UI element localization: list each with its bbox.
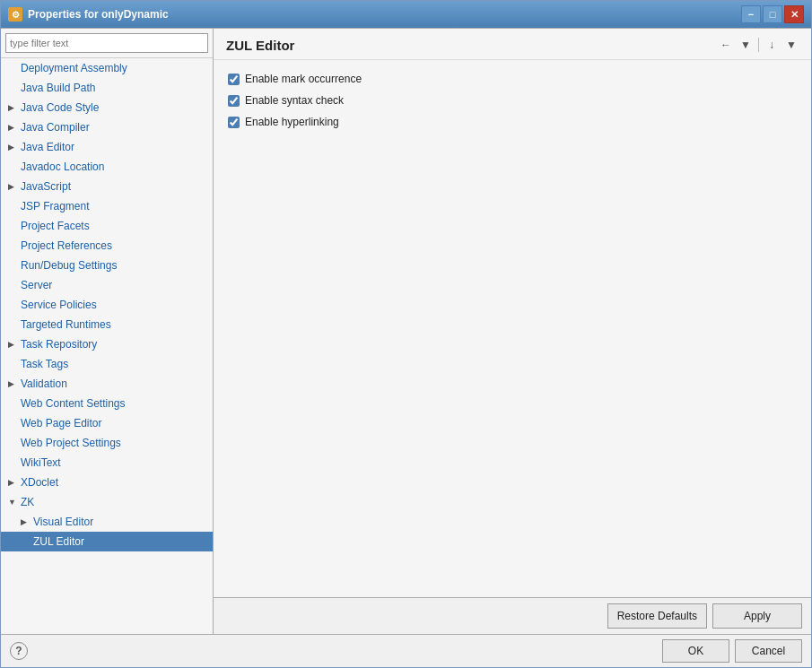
title-bar-buttons: − □ ✕: [741, 5, 804, 23]
dialog-icon: ⚙: [8, 7, 22, 22]
sidebar-item-label: Web Content Settings: [21, 397, 213, 410]
panel-title: ZUL Editor: [226, 38, 294, 53]
sidebar-item-deployment-assembly[interactable]: Deployment Assembly: [1, 58, 213, 78]
help-button[interactable]: ?: [10, 642, 28, 660]
sidebar-item-label: ZUL Editor: [33, 535, 213, 548]
footer-bar: ? OK Cancel: [1, 634, 811, 667]
sidebar-item-wikitext[interactable]: WikiText: [1, 453, 213, 473]
sidebar-item-label: Task Tags: [21, 358, 213, 370]
expand-arrow-icon: ▶: [8, 103, 21, 112]
sidebar-item-project-references[interactable]: Project References: [1, 236, 213, 256]
sidebar-item-server[interactable]: Server: [1, 275, 213, 295]
sidebar-item-label: Server: [21, 279, 213, 291]
sidebar-item-visual-editor[interactable]: ▶ Visual Editor: [1, 512, 213, 532]
toolbar-separator: [758, 38, 759, 52]
sidebar-item-label: Javadoc Location: [21, 160, 213, 173]
forward-button[interactable]: ↓: [763, 36, 781, 54]
sidebar-item-label: Java Build Path: [21, 82, 213, 94]
sidebar-item-run-debug-settings[interactable]: Run/Debug Settings: [1, 256, 213, 275]
expand-arrow-icon: ▶: [8, 143, 21, 152]
right-content: Enable mark occurrence Enable syntax che…: [214, 60, 811, 597]
expand-arrow-icon: ▶: [8, 478, 21, 487]
sidebar-item-javadoc-location[interactable]: Javadoc Location: [1, 157, 213, 177]
sidebar-item-label: Web Project Settings: [21, 437, 213, 449]
back-dropdown-button[interactable]: ▼: [737, 36, 755, 54]
right-header: ZUL Editor ← ▼ ↓ ▼: [214, 29, 811, 60]
enable-hyperlinking-label[interactable]: Enable hyperlinking: [245, 116, 339, 128]
expand-arrow-icon: ▶: [8, 379, 21, 388]
close-button[interactable]: ✕: [784, 5, 804, 23]
collapse-arrow-icon: ▼: [8, 498, 21, 507]
sidebar-item-web-content-settings[interactable]: Web Content Settings: [1, 394, 213, 413]
checkbox-row-mark-occurrence: Enable mark occurrence: [228, 73, 797, 85]
sidebar-item-label: JavaScript: [21, 180, 213, 193]
sidebar-item-label: Visual Editor: [33, 516, 213, 528]
sidebar-item-jsp-fragment[interactable]: JSP Fragment: [1, 196, 213, 216]
enable-syntax-check-checkbox[interactable]: [228, 95, 240, 107]
sidebar-item-web-page-editor[interactable]: Web Page Editor: [1, 413, 213, 433]
sidebar-item-label: Java Editor: [21, 141, 213, 153]
checkbox-row-hyperlinking: Enable hyperlinking: [228, 116, 797, 128]
sidebar-item-javascript[interactable]: ▶ JavaScript: [1, 177, 213, 196]
forward-dropdown-button[interactable]: ▼: [782, 36, 800, 54]
footer-buttons: OK Cancel: [662, 639, 802, 663]
sidebar-item-task-repository[interactable]: ▶ Task Repository: [1, 334, 213, 354]
sidebar-item-label: Task Repository: [21, 338, 213, 351]
expand-arrow-icon: ▶: [21, 517, 33, 526]
sidebar-item-label: Validation: [21, 377, 213, 390]
sidebar-item-label: Project Facets: [21, 220, 213, 232]
content-area: Deployment Assembly Java Build Path ▶ Ja…: [1, 28, 811, 634]
sidebar-item-label: ZK: [21, 496, 213, 508]
cancel-button[interactable]: Cancel: [735, 639, 802, 663]
sidebar-item-task-tags[interactable]: Task Tags: [1, 354, 213, 374]
maximize-button[interactable]: □: [763, 5, 782, 23]
checkbox-row-syntax-check: Enable syntax check: [228, 94, 797, 107]
sidebar-item-zk[interactable]: ▼ ZK: [1, 492, 213, 512]
sidebar-item-service-policies[interactable]: Service Policies: [1, 295, 213, 315]
sidebar-item-java-build-path[interactable]: Java Build Path: [1, 78, 213, 98]
enable-syntax-check-label[interactable]: Enable syntax check: [245, 94, 344, 107]
title-bar: ⚙ Properties for onlyDynamic − □ ✕: [1, 1, 811, 28]
sidebar-item-label: Run/Debug Settings: [21, 259, 213, 272]
sidebar-item-validation[interactable]: ▶ Validation: [1, 374, 213, 394]
filter-input[interactable]: [5, 33, 208, 53]
sidebar-item-project-facets[interactable]: Project Facets: [1, 216, 213, 236]
sidebar-item-label: Deployment Assembly: [21, 62, 213, 74]
sidebar-item-java-editor[interactable]: ▶ Java Editor: [1, 137, 213, 157]
dialog-title: Properties for onlyDynamic: [28, 8, 741, 21]
restore-defaults-button[interactable]: Restore Defaults: [607, 603, 707, 629]
enable-hyperlinking-checkbox[interactable]: [228, 117, 240, 128]
minimize-button[interactable]: −: [741, 5, 761, 23]
ok-button[interactable]: OK: [662, 639, 729, 663]
filter-wrap: [1, 29, 213, 58]
properties-dialog: ⚙ Properties for onlyDynamic − □ ✕ Deplo…: [0, 0, 812, 668]
right-panel: ZUL Editor ← ▼ ↓ ▼ Enable mark occurrenc…: [214, 29, 811, 634]
right-toolbar: ← ▼ ↓ ▼: [717, 36, 800, 54]
left-panel: Deployment Assembly Java Build Path ▶ Ja…: [1, 29, 214, 634]
expand-arrow-icon: ▶: [8, 182, 21, 191]
sidebar-item-targeted-runtimes[interactable]: Targeted Runtimes: [1, 315, 213, 334]
expand-arrow-icon: ▶: [8, 340, 21, 349]
sidebar-item-java-code-style[interactable]: ▶ Java Code Style: [1, 98, 213, 117]
sidebar-item-label: Service Policies: [21, 299, 213, 311]
sidebar-item-label: Java Code Style: [21, 101, 213, 114]
expand-arrow-icon: ▶: [8, 123, 21, 132]
sidebar-item-label: WikiText: [21, 456, 213, 469]
sidebar-item-zul-editor[interactable]: ZUL Editor: [1, 532, 213, 551]
enable-mark-occurrence-label[interactable]: Enable mark occurrence: [245, 73, 362, 85]
bottom-bar: Restore Defaults Apply: [214, 597, 811, 634]
sidebar-item-label: Web Page Editor: [21, 417, 213, 429]
apply-button[interactable]: Apply: [712, 603, 802, 629]
sidebar-item-java-compiler[interactable]: ▶ Java Compiler: [1, 117, 213, 137]
sidebar-item-label: JSP Fragment: [21, 200, 213, 213]
sidebar-item-xdoclet[interactable]: ▶ XDoclet: [1, 473, 213, 492]
sidebar-item-web-project-settings[interactable]: Web Project Settings: [1, 433, 213, 453]
enable-mark-occurrence-checkbox[interactable]: [228, 74, 240, 85]
tree-area: Deployment Assembly Java Build Path ▶ Ja…: [1, 58, 213, 634]
sidebar-item-label: Java Compiler: [21, 121, 213, 134]
sidebar-item-label: Targeted Runtimes: [21, 318, 213, 331]
back-button[interactable]: ←: [717, 36, 735, 54]
sidebar-item-label: Project References: [21, 239, 213, 252]
sidebar-item-label: XDoclet: [21, 476, 213, 489]
